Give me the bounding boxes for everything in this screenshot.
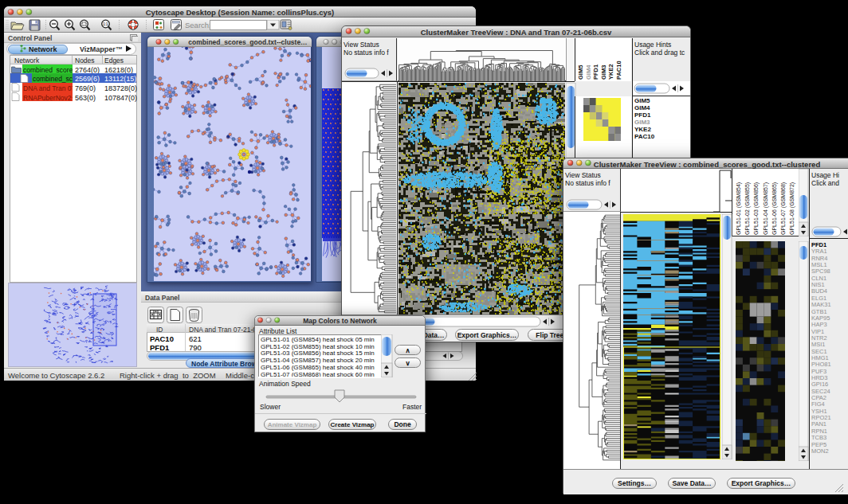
svg-text:GIM4: GIM4 [585, 64, 592, 80]
svg-text:PFD1: PFD1 [592, 64, 599, 80]
svg-text:GIM5: GIM5 [577, 65, 584, 80]
svg-text:GPL51-07 (GSM868): GPL51-07 (GSM868) [780, 182, 787, 235]
svg-text:PAC10: PAC10 [615, 61, 622, 80]
svg-text:GPL51-01 (GSM854): GPL51-01 (GSM854) [736, 182, 742, 235]
svg-text:1:1: 1:1 [103, 22, 108, 26]
svg-text:GPL51-06 (GSM865): GPL51-06 (GSM865) [771, 182, 778, 235]
svg-text:GPL51-04 (GSM857): GPL51-04 (GSM857) [763, 182, 769, 235]
svg-text:GPL51-08 (GSM872): GPL51-08 (GSM872) [789, 182, 795, 235]
svg-text:GPL51-03 (GSM856): GPL51-03 (GSM856) [753, 182, 760, 235]
svg-text:GPL51-02 (GSM855): GPL51-02 (GSM855) [744, 182, 751, 235]
svg-text:YKE2: YKE2 [607, 64, 614, 80]
svg-text:GIM3: GIM3 [600, 65, 607, 80]
